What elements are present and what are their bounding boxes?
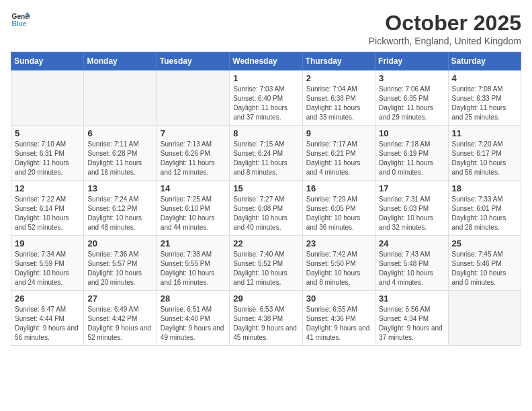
calendar-cell: 5Sunrise: 7:10 AM Sunset: 6:31 PM Daylig… — [11, 126, 84, 181]
calendar-header-row: SundayMondayTuesdayWednesdayThursdayFrid… — [11, 52, 521, 71]
calendar-header-tuesday: Tuesday — [157, 52, 229, 71]
day-number: 3 — [379, 73, 444, 83]
calendar-header-saturday: Saturday — [448, 52, 521, 71]
cell-content: Sunrise: 7:36 AM Sunset: 5:57 PM Dayligh… — [87, 250, 152, 287]
calendar-header-monday: Monday — [84, 52, 157, 71]
calendar-cell: 3Sunrise: 7:06 AM Sunset: 6:35 PM Daylig… — [375, 71, 448, 126]
calendar-cell: 11Sunrise: 7:20 AM Sunset: 6:17 PM Dayli… — [448, 126, 521, 181]
calendar-table: SundayMondayTuesdayWednesdayThursdayFrid… — [11, 52, 521, 346]
logo-icon: General Blue — [11, 11, 30, 30]
day-number: 9 — [306, 128, 371, 138]
calendar-cell: 24Sunrise: 7:43 AM Sunset: 5:48 PM Dayli… — [375, 236, 448, 291]
day-number: 13 — [87, 183, 152, 193]
cell-content: Sunrise: 7:25 AM Sunset: 6:10 PM Dayligh… — [161, 195, 226, 232]
cell-content: Sunrise: 7:11 AM Sunset: 6:28 PM Dayligh… — [87, 140, 152, 177]
cell-content: Sunrise: 6:49 AM Sunset: 4:42 PM Dayligh… — [87, 305, 152, 342]
cell-content: Sunrise: 7:04 AM Sunset: 6:38 PM Dayligh… — [306, 85, 371, 122]
cell-content: Sunrise: 7:40 AM Sunset: 5:52 PM Dayligh… — [233, 250, 298, 287]
day-number: 17 — [379, 183, 444, 193]
calendar-header-thursday: Thursday — [302, 52, 375, 71]
day-number: 30 — [306, 293, 371, 304]
cell-content: Sunrise: 7:29 AM Sunset: 6:05 PM Dayligh… — [306, 195, 371, 232]
calendar-cell: 25Sunrise: 7:45 AM Sunset: 5:46 PM Dayli… — [448, 236, 521, 291]
svg-text:Blue: Blue — [12, 20, 27, 28]
cell-content: Sunrise: 7:15 AM Sunset: 6:24 PM Dayligh… — [233, 140, 298, 177]
cell-content: Sunrise: 6:51 AM Sunset: 4:40 PM Dayligh… — [161, 305, 226, 342]
calendar-week-4: 19Sunrise: 7:34 AM Sunset: 5:59 PM Dayli… — [11, 236, 521, 291]
calendar-header-sunday: Sunday — [11, 52, 84, 71]
calendar-cell: 21Sunrise: 7:38 AM Sunset: 5:55 PM Dayli… — [157, 236, 229, 291]
calendar-cell: 1Sunrise: 7:03 AM Sunset: 6:40 PM Daylig… — [230, 71, 302, 126]
calendar-cell: 27Sunrise: 6:49 AM Sunset: 4:42 PM Dayli… — [84, 291, 157, 346]
day-number: 2 — [306, 73, 371, 83]
day-number: 24 — [379, 238, 444, 248]
calendar-week-5: 26Sunrise: 6:47 AM Sunset: 4:44 PM Dayli… — [11, 291, 521, 346]
cell-content: Sunrise: 7:03 AM Sunset: 6:40 PM Dayligh… — [233, 85, 298, 122]
calendar-header-friday: Friday — [375, 52, 448, 71]
cell-content: Sunrise: 7:27 AM Sunset: 6:08 PM Dayligh… — [233, 195, 298, 232]
calendar-cell: 9Sunrise: 7:17 AM Sunset: 6:21 PM Daylig… — [302, 126, 375, 181]
calendar-cell: 2Sunrise: 7:04 AM Sunset: 6:38 PM Daylig… — [302, 71, 375, 126]
day-number: 21 — [161, 238, 226, 248]
calendar-cell: 7Sunrise: 7:13 AM Sunset: 6:26 PM Daylig… — [157, 126, 229, 181]
day-number: 5 — [15, 128, 80, 138]
calendar-cell: 6Sunrise: 7:11 AM Sunset: 6:28 PM Daylig… — [84, 126, 157, 181]
calendar-cell: 23Sunrise: 7:42 AM Sunset: 5:50 PM Dayli… — [302, 236, 375, 291]
calendar-cell: 30Sunrise: 6:55 AM Sunset: 4:36 PM Dayli… — [302, 291, 375, 346]
calendar-cell — [157, 71, 229, 126]
cell-content: Sunrise: 7:18 AM Sunset: 6:19 PM Dayligh… — [379, 140, 444, 177]
calendar-cell: 14Sunrise: 7:25 AM Sunset: 6:10 PM Dayli… — [157, 181, 229, 236]
day-number: 8 — [233, 128, 298, 138]
cell-content: Sunrise: 7:22 AM Sunset: 6:14 PM Dayligh… — [15, 195, 80, 232]
calendar-cell: 28Sunrise: 6:51 AM Sunset: 4:40 PM Dayli… — [157, 291, 229, 346]
day-number: 4 — [452, 73, 517, 83]
cell-content: Sunrise: 7:38 AM Sunset: 5:55 PM Dayligh… — [161, 250, 226, 287]
cell-content: Sunrise: 6:55 AM Sunset: 4:36 PM Dayligh… — [306, 305, 371, 342]
cell-content: Sunrise: 6:47 AM Sunset: 4:44 PM Dayligh… — [15, 305, 80, 342]
calendar-cell: 4Sunrise: 7:08 AM Sunset: 6:33 PM Daylig… — [448, 71, 521, 126]
day-number: 10 — [379, 128, 444, 138]
cell-content: Sunrise: 7:43 AM Sunset: 5:48 PM Dayligh… — [379, 250, 444, 287]
calendar-cell: 10Sunrise: 7:18 AM Sunset: 6:19 PM Dayli… — [375, 126, 448, 181]
cell-content: Sunrise: 7:34 AM Sunset: 5:59 PM Dayligh… — [15, 250, 80, 287]
calendar-cell: 26Sunrise: 6:47 AM Sunset: 4:44 PM Dayli… — [11, 291, 84, 346]
calendar-cell: 17Sunrise: 7:31 AM Sunset: 6:03 PM Dayli… — [375, 181, 448, 236]
cell-content: Sunrise: 7:33 AM Sunset: 6:01 PM Dayligh… — [452, 195, 517, 232]
calendar-cell: 20Sunrise: 7:36 AM Sunset: 5:57 PM Dayli… — [84, 236, 157, 291]
calendar-cell: 16Sunrise: 7:29 AM Sunset: 6:05 PM Dayli… — [302, 181, 375, 236]
day-number: 18 — [452, 183, 517, 193]
day-number: 6 — [87, 128, 152, 138]
cell-content: Sunrise: 7:45 AM Sunset: 5:46 PM Dayligh… — [452, 250, 517, 287]
day-number: 1 — [233, 73, 298, 83]
calendar-cell: 13Sunrise: 7:24 AM Sunset: 6:12 PM Dayli… — [84, 181, 157, 236]
calendar-cell: 18Sunrise: 7:33 AM Sunset: 6:01 PM Dayli… — [448, 181, 521, 236]
title-block: October 2025 Pickworth, England, United … — [369, 11, 521, 46]
calendar-cell — [448, 291, 521, 346]
calendar-week-1: 1Sunrise: 7:03 AM Sunset: 6:40 PM Daylig… — [11, 71, 521, 126]
day-number: 19 — [15, 238, 80, 248]
cell-content: Sunrise: 6:56 AM Sunset: 4:34 PM Dayligh… — [379, 305, 444, 342]
day-number: 28 — [161, 293, 226, 304]
calendar-cell: 22Sunrise: 7:40 AM Sunset: 5:52 PM Dayli… — [230, 236, 302, 291]
cell-content: Sunrise: 7:20 AM Sunset: 6:17 PM Dayligh… — [452, 140, 517, 177]
cell-content: Sunrise: 6:53 AM Sunset: 4:38 PM Dayligh… — [233, 305, 298, 342]
day-number: 7 — [161, 128, 226, 138]
calendar-cell: 31Sunrise: 6:56 AM Sunset: 4:34 PM Dayli… — [375, 291, 448, 346]
day-number: 12 — [15, 183, 80, 193]
day-number: 27 — [87, 293, 152, 304]
cell-content: Sunrise: 7:13 AM Sunset: 6:26 PM Dayligh… — [161, 140, 226, 177]
calendar-cell — [84, 71, 157, 126]
day-number: 25 — [452, 238, 517, 248]
calendar-cell: 15Sunrise: 7:27 AM Sunset: 6:08 PM Dayli… — [230, 181, 302, 236]
cell-content: Sunrise: 7:42 AM Sunset: 5:50 PM Dayligh… — [306, 250, 371, 287]
calendar-cell: 12Sunrise: 7:22 AM Sunset: 6:14 PM Dayli… — [11, 181, 84, 236]
calendar-week-2: 5Sunrise: 7:10 AM Sunset: 6:31 PM Daylig… — [11, 126, 521, 181]
day-number: 26 — [15, 293, 80, 304]
day-number: 31 — [379, 293, 444, 304]
cell-content: Sunrise: 7:06 AM Sunset: 6:35 PM Dayligh… — [379, 85, 444, 122]
calendar-cell: 29Sunrise: 6:53 AM Sunset: 4:38 PM Dayli… — [230, 291, 302, 346]
calendar-week-3: 12Sunrise: 7:22 AM Sunset: 6:14 PM Dayli… — [11, 181, 521, 236]
location-subtitle: Pickworth, England, United Kingdom — [369, 36, 521, 46]
logo: General Blue — [11, 11, 30, 30]
day-number: 14 — [161, 183, 226, 193]
